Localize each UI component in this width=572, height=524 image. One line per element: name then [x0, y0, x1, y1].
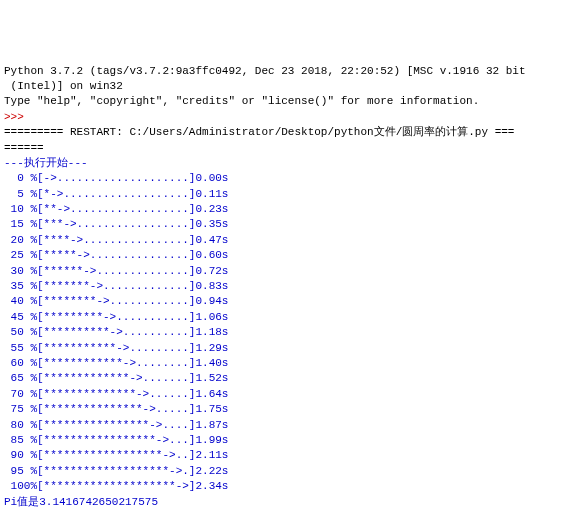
progress-line: 80 %[****************->....]1.87s	[4, 419, 228, 431]
progress-line: 100%[********************->]2.34s	[4, 480, 228, 492]
progress-line: 90 %[******************->..]2.11s	[4, 449, 228, 461]
restart-line2: ======	[4, 142, 44, 154]
progress-line: 45 %[*********->...........]1.06s	[4, 311, 228, 323]
progress-line: 10 %[**->..................]0.23s	[4, 203, 228, 215]
progress-line: 25 %[*****->...............]0.60s	[4, 249, 228, 261]
progress-line: 0 %[->....................]0.00s	[4, 172, 228, 184]
python-version-line1: Python 3.7.2 (tags/v3.7.2:9a3ffc0492, De…	[4, 65, 526, 77]
exec-start: ---执行开始---	[4, 157, 88, 169]
terminal-output[interactable]: Python 3.7.2 (tags/v3.7.2:9a3ffc0492, De…	[4, 64, 568, 524]
progress-line: 95 %[*******************->.]2.22s	[4, 465, 228, 477]
restart-line1: ========= RESTART: C:/Users/Administrato…	[4, 126, 514, 138]
progress-line: 35 %[*******->.............]0.83s	[4, 280, 228, 292]
progress-line: 40 %[********->............]0.94s	[4, 295, 228, 307]
help-hint-line: Type "help", "copyright", "credits" or "…	[4, 95, 479, 107]
progress-line: 75 %[***************->.....]1.75s	[4, 403, 228, 415]
result-line: Pi值是3.1416742650217575	[4, 496, 158, 508]
progress-line: 20 %[****->................]0.47s	[4, 234, 228, 246]
progress-line: 30 %[******->..............]0.72s	[4, 265, 228, 277]
progress-line: 5 %[*->...................]0.11s	[4, 188, 228, 200]
progress-line: 60 %[************->........]1.40s	[4, 357, 228, 369]
progress-line: 65 %[*************->.......]1.52s	[4, 372, 228, 384]
progress-line: 50 %[**********->..........]1.18s	[4, 326, 228, 338]
progress-line: 55 %[***********->.........]1.29s	[4, 342, 228, 354]
prompt: >>>	[4, 111, 30, 123]
progress-line: 85 %[*****************->...]1.99s	[4, 434, 228, 446]
python-version-line2: (Intel)] on win32	[4, 80, 123, 92]
progress-line: 70 %[**************->......]1.64s	[4, 388, 228, 400]
progress-line: 15 %[***->.................]0.35s	[4, 218, 228, 230]
